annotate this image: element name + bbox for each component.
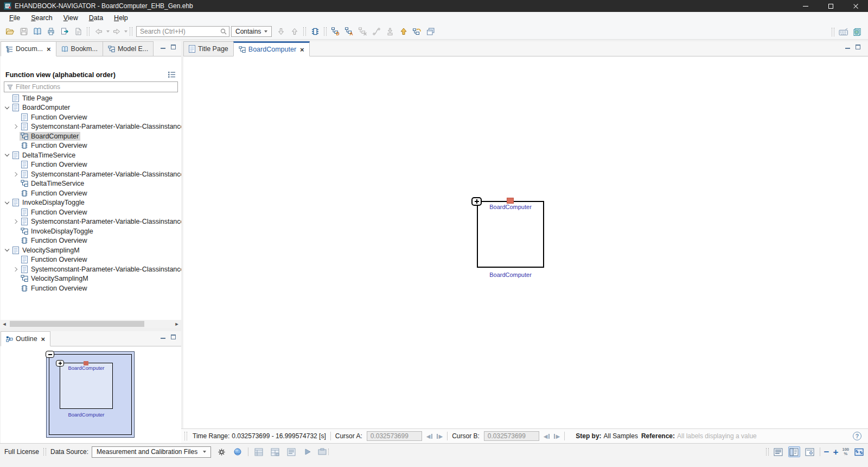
open-file-button[interactable]	[3, 25, 17, 38]
view-menu-icon[interactable]	[168, 71, 176, 78]
export-button[interactable]	[58, 25, 71, 38]
cursor-b-input[interactable]	[484, 431, 539, 441]
tree-item[interactable]: DeltaTimeService	[1, 150, 181, 160]
maximize-button[interactable]	[818, 0, 843, 12]
close-button[interactable]	[843, 0, 868, 12]
zoom-in-button[interactable]: +	[833, 447, 839, 457]
tree-item[interactable]: Function Overview	[1, 160, 181, 170]
minimize-button[interactable]	[793, 0, 818, 12]
tab-outline[interactable]: Outline ×	[1, 331, 50, 346]
tree-item[interactable]: Systemconstant-Parameter-Variable-Classi…	[1, 217, 181, 227]
tree-item[interactable]: VelocitySamplingM	[1, 245, 181, 255]
online-data-button[interactable]	[232, 446, 244, 457]
scroll-right-icon[interactable]: ▸	[173, 320, 181, 328]
keyboard-shortcuts-button[interactable]	[837, 26, 850, 39]
menu-item-file[interactable]: File	[4, 13, 25, 23]
contains-dropdown[interactable]: Contains	[231, 26, 272, 37]
menu-item-view[interactable]: View	[59, 13, 83, 23]
minimize-view-icon[interactable]	[161, 335, 165, 339]
tree-item[interactable]: InvokeDisplayToggle	[1, 226, 181, 236]
tree-item[interactable]: Function Overview	[1, 236, 181, 246]
go-up-button[interactable]	[397, 25, 410, 38]
tree-item[interactable]: Function Overview	[1, 255, 181, 265]
tree-item[interactable]: BoardComputer	[1, 103, 181, 113]
chevron-down-icon[interactable]	[3, 247, 11, 254]
pdf-report-button[interactable]	[71, 25, 85, 38]
tree-item[interactable]: BoardComputer	[1, 131, 181, 141]
tree-item[interactable]: Title Page	[1, 93, 181, 103]
layout-split-view-button[interactable]	[788, 446, 800, 457]
tree-item[interactable]: DeltaTimeService	[1, 179, 181, 189]
zoom-out-button[interactable]: −	[824, 447, 829, 457]
search-input[interactable]	[136, 26, 229, 37]
cursor-b-step-forward-button[interactable]: ▶	[554, 433, 560, 439]
maximize-view-icon[interactable]	[856, 45, 860, 49]
hide-labels-button[interactable]	[356, 25, 369, 38]
menu-item-help[interactable]: Help	[109, 13, 133, 23]
tree-item[interactable]: VelocitySamplingM	[1, 274, 181, 284]
chevron-right-icon[interactable]	[11, 171, 20, 178]
show-all-labels-button[interactable]: A	[342, 25, 356, 38]
help-button[interactable]: ?	[853, 432, 861, 440]
fit-to-screen-button[interactable]	[853, 446, 865, 457]
tree-item[interactable]: InvokeDisplayToggle	[1, 198, 181, 208]
scrollbar-thumb[interactable]	[10, 321, 144, 327]
insert-measure-variable-button[interactable]	[308, 25, 322, 38]
close-tab-icon[interactable]: ×	[41, 336, 46, 343]
tab-documentation[interactable]: Docum... ×	[1, 41, 56, 56]
chevron-down-icon[interactable]	[3, 199, 11, 206]
scrollbar-track[interactable]	[8, 320, 173, 328]
chevron-down-icon[interactable]	[3, 104, 11, 111]
measure-window-button[interactable]	[253, 446, 265, 457]
print-button[interactable]	[44, 25, 58, 38]
tree-item[interactable]: Function Overview	[1, 141, 181, 151]
hierarchy-button[interactable]	[369, 25, 383, 38]
tree-item[interactable]: Systemconstant-Parameter-Variable-Classi…	[1, 169, 181, 179]
step-into-button[interactable]	[383, 25, 397, 38]
save-button[interactable]	[17, 25, 30, 38]
tab-bookmarks[interactable]: Bookm...	[56, 41, 103, 56]
data-source-settings-button[interactable]	[215, 446, 227, 457]
navigate-forward-button[interactable]	[110, 25, 123, 38]
menu-item-data[interactable]: Data	[84, 13, 108, 23]
chevron-down-icon[interactable]	[3, 152, 11, 159]
cursor-a-step-forward-button[interactable]: ▶	[437, 433, 443, 439]
back-to-parent-button[interactable]	[410, 25, 424, 38]
start-visualization-button[interactable]	[302, 446, 314, 457]
maximize-view-icon[interactable]	[171, 335, 176, 339]
calibration-window-button[interactable]	[269, 446, 281, 457]
collapse-button[interactable]	[46, 351, 54, 358]
zoom-100-button[interactable]: 100%	[842, 447, 849, 457]
minimize-view-icon[interactable]	[845, 45, 850, 49]
layout-detail-view-button[interactable]	[804, 446, 816, 457]
search-next-button[interactable]	[274, 25, 288, 38]
label-list-button[interactable]	[285, 446, 297, 457]
tree-item[interactable]: Function Overview	[1, 283, 181, 293]
tree-horizontal-scrollbar[interactable]: ◂ ▸	[1, 320, 181, 328]
navigate-back-button[interactable]	[92, 25, 105, 38]
forward-history-dropdown-icon[interactable]	[124, 30, 127, 33]
menu-item-search[interactable]: Search	[26, 13, 58, 23]
show-data-values-button[interactable]: D	[329, 25, 342, 38]
filter-functions-input[interactable]	[16, 83, 177, 91]
tutorial-button[interactable]	[850, 26, 864, 39]
tree-item[interactable]: Function Overview	[1, 112, 181, 122]
tab-boardcomputer[interactable]: BoardComputer ×	[233, 41, 310, 56]
handbook-button[interactable]	[30, 25, 44, 38]
cursor-a-step-back-button[interactable]: ◀	[426, 433, 432, 439]
port-marker[interactable]	[507, 198, 514, 204]
chevron-right-icon[interactable]	[11, 123, 20, 130]
cursor-b-step-back-button[interactable]: ◀	[544, 433, 550, 439]
layout-single-view-button[interactable]	[773, 446, 784, 457]
maximize-view-icon[interactable]	[171, 45, 176, 49]
tree-item[interactable]: Systemconstant-Parameter-Variable-Classi…	[1, 122, 181, 132]
close-tab-icon[interactable]: ×	[47, 46, 51, 53]
tab-title-page[interactable]: Title Page	[183, 41, 234, 56]
tree-item[interactable]: Systemconstant-Parameter-Variable-Classi…	[1, 264, 181, 274]
data-source-dropdown[interactable]: Measurement and Calibration Files	[92, 446, 211, 458]
snapshot-button[interactable]	[318, 446, 330, 457]
diagram-canvas[interactable]: BoardComputer BoardComputer	[183, 56, 868, 428]
scroll-left-icon[interactable]: ◂	[1, 320, 8, 328]
close-tab-icon[interactable]: ×	[300, 46, 304, 53]
minimize-view-icon[interactable]	[161, 45, 165, 49]
